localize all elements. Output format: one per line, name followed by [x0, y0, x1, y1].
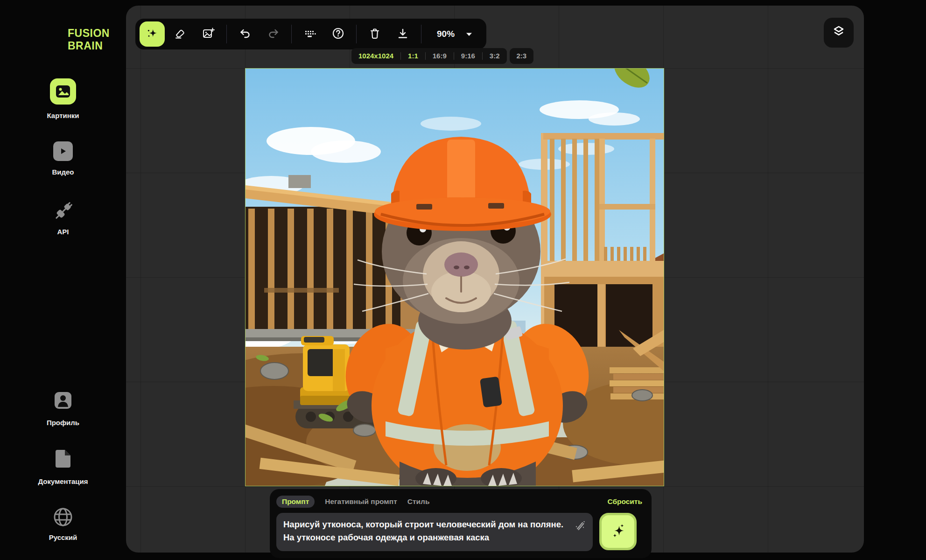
sidebar-item-label: Картинки [47, 112, 79, 119]
sidebar-item-images[interactable]: Картинки [0, 78, 126, 119]
sidebar-item-api[interactable]: API [0, 201, 126, 236]
tab-negative-prompt[interactable]: Негативный промпт [325, 497, 397, 506]
reset-button[interactable]: Сбросить [607, 497, 642, 506]
aspect-ratio-bar: 1024x1024 1:1 16:9 9:16 3:2 2:3 [351, 48, 533, 64]
aspect-option-2-3[interactable]: 2:3 [510, 48, 534, 64]
api-plug-icon [52, 201, 74, 224]
chevron-down-icon [466, 30, 472, 38]
zoom-dropdown[interactable]: 90% [426, 29, 484, 39]
sidebar-item-video[interactable]: Видео [0, 141, 126, 176]
toolbar-divider [421, 25, 421, 43]
sidebar-item-label: Профиль [47, 419, 79, 427]
zoom-value: 90% [437, 29, 455, 39]
help-icon [332, 27, 344, 41]
sparkles-icon [146, 27, 159, 42]
keyboard-icon [303, 27, 316, 42]
sidebar-item-language[interactable]: Русский [0, 507, 126, 541]
toolbar-divider [226, 25, 227, 43]
sidebar-item-docs[interactable]: Документация [0, 449, 126, 485]
sidebar-item-profile[interactable]: Профиль [0, 391, 126, 427]
language-globe-icon [53, 507, 73, 529]
prompt-input-row: Нарисуй утконоса, который строит человеч… [276, 513, 645, 551]
redo-icon [267, 27, 280, 41]
generate-button[interactable] [599, 513, 637, 550]
delete-button[interactable] [362, 21, 387, 47]
tab-prompt[interactable]: Промпт [276, 496, 315, 508]
brand-line1: FUSION [68, 27, 110, 40]
prompt-tabs: Промпт Негативный промпт Стиль Сбросить [276, 494, 645, 509]
generate-tool-button[interactable] [140, 21, 165, 47]
redo-button[interactable] [260, 21, 286, 47]
sidebar-item-label: API [57, 228, 69, 236]
eraser-tool-button[interactable] [168, 21, 193, 47]
add-image-tool-button[interactable] [196, 21, 221, 47]
brand-logo[interactable]: FUSION BRAIN [68, 27, 110, 52]
docs-icon [55, 449, 71, 470]
prompt-input[interactable]: Нарисуй утконоса, который строит человеч… [276, 513, 593, 551]
aspect-option-1-1[interactable]: 1:1 [401, 48, 425, 64]
sidebar: FUSION BRAIN Картинки Видео [0, 0, 126, 560]
undo-button[interactable] [232, 21, 258, 47]
keyboard-button[interactable] [297, 21, 323, 47]
canvas-toolbar: 90% [135, 19, 486, 49]
tab-style[interactable]: Стиль [407, 497, 430, 506]
generate-sparkles-icon [609, 522, 627, 541]
video-icon [53, 141, 73, 161]
profile-icon [54, 391, 72, 412]
prompt-text: Нарисуй утконоса, который строит человеч… [283, 519, 563, 542]
brand-line2: BRAIN [68, 40, 110, 52]
canvas-workarea: 90% 1024x1024 1:1 16:9 9:16 3:2 2:3 [126, 6, 864, 553]
layers-icon [832, 25, 846, 41]
prompt-panel: Промпт Негативный промпт Стиль Сбросить … [270, 489, 652, 558]
toolbar-divider [291, 25, 292, 43]
trash-icon [369, 28, 381, 41]
download-button[interactable] [390, 21, 415, 47]
toolbar-divider [356, 25, 357, 43]
aspect-option-9-16[interactable]: 9:16 [454, 48, 482, 64]
resolution-chip[interactable]: 1024x1024 [351, 48, 400, 64]
layers-button[interactable] [824, 18, 854, 48]
fusion-brain-app: FUSION BRAIN Картинки Видео [0, 0, 926, 560]
sidebar-item-label: Документация [38, 477, 88, 485]
download-icon [397, 28, 409, 41]
images-icon [50, 78, 76, 105]
aspect-option-16-9[interactable]: 16:9 [426, 48, 454, 64]
magic-edit-icon[interactable] [574, 519, 586, 535]
eraser-icon [174, 28, 186, 41]
sidebar-item-label: Видео [52, 168, 74, 176]
add-image-icon [202, 27, 215, 41]
undo-icon [239, 27, 252, 41]
aspect-option-3-2[interactable]: 3:2 [483, 48, 507, 64]
help-button[interactable] [325, 21, 351, 47]
sidebar-item-label: Русский [49, 533, 77, 541]
generated-image[interactable] [245, 68, 664, 486]
